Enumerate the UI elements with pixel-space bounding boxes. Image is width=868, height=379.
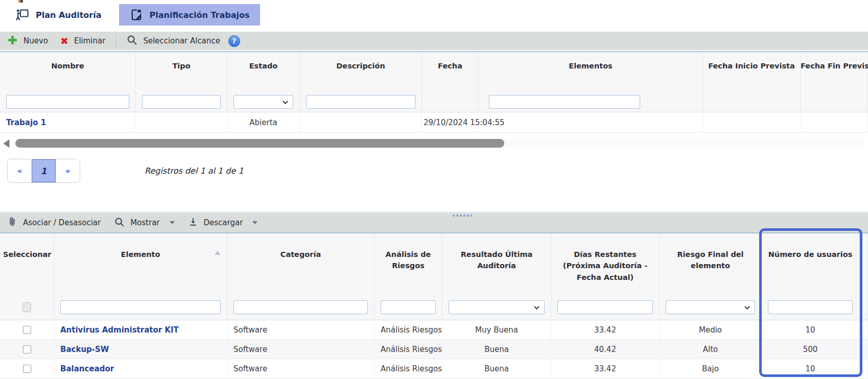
pagination-group: « 1 » <box>7 159 80 183</box>
dias-cell: 33.42 <box>551 359 660 378</box>
pagination: « 1 » Registros del 1 al 1 de 1 <box>7 159 244 183</box>
element-row-antivirus[interactable]: Antivirus Administrator KIT Software Aná… <box>0 320 868 340</box>
row-checkbox[interactable] <box>23 365 31 373</box>
job-tipo-cell <box>136 112 227 133</box>
x-icon: ✖ <box>60 36 68 46</box>
splitter-drag-handle[interactable] <box>453 215 472 217</box>
filter-resultado-select[interactable] <box>449 300 545 314</box>
row-checkbox[interactable] <box>23 345 31 353</box>
download-icon <box>188 217 198 229</box>
tab-planificacion-trabajos[interactable]: Planificación Trabajos <box>119 4 260 26</box>
job-estado-cell: Abierta <box>227 112 300 133</box>
chevron-down-icon <box>170 221 175 224</box>
job-fecha-cell: 29/10/2024 15:04:55 <box>422 112 479 133</box>
associate-button[interactable]: Asociar / Desasociar <box>7 216 101 229</box>
job-fecha-inicio-cell <box>703 112 801 133</box>
chevron-down-icon <box>252 221 257 224</box>
delete-button[interactable]: ✖ Eliminar <box>60 36 105 46</box>
usuarios-cell: 10 <box>762 359 859 378</box>
riesgo-cell: Medio <box>660 320 762 340</box>
element-link[interactable]: Antivirus Administrator KIT <box>60 325 179 335</box>
column-header-riesgo-final[interactable]: Riesgo Final del elemento <box>660 233 762 295</box>
column-header-elemento[interactable]: Elemento <box>54 233 227 295</box>
presentation-person-icon <box>15 8 30 22</box>
scrollbar-thumb[interactable] <box>15 139 504 148</box>
jobs-table-row[interactable]: Trabajo 1 Abierta 29/10/2024 15:04:55 <box>0 112 868 133</box>
job-fecha-fin-cell <box>801 112 868 133</box>
filter-dias-input[interactable] <box>557 300 653 314</box>
column-header-descripcion[interactable]: Descripción <box>300 52 422 92</box>
column-header-numero-usuarios[interactable]: Número de usuarios <box>762 233 859 295</box>
pagination-prev-button[interactable]: « <box>8 159 32 182</box>
filter-usuarios-input[interactable] <box>768 300 853 314</box>
column-header-nombre[interactable]: Nombre <box>0 52 136 92</box>
element-link[interactable]: Balanceador <box>60 364 114 373</box>
delete-button-label: Eliminar <box>74 36 105 45</box>
column-header-fecha-inicio[interactable]: Fecha Inicio Prevista <box>703 52 801 92</box>
filter-descripcion-input[interactable] <box>306 95 415 109</box>
column-header-resultado[interactable]: Resultado Última Auditoría <box>442 233 551 295</box>
select-scope-button[interactable]: Seleccionar Alcance <box>126 34 220 48</box>
pagination-next-button[interactable]: » <box>56 159 80 182</box>
categoria-cell: Software <box>227 320 374 340</box>
help-icon[interactable]: ? <box>228 35 240 47</box>
element-row-backup[interactable]: Backup-SW Software Análisis Riesgos Buen… <box>0 340 868 359</box>
column-header-dias-restantes[interactable]: Días Restantes (Próxima Auditoría - Fech… <box>551 233 660 295</box>
job-fecha-text: 29/10/2024 15:04:55 <box>424 118 519 127</box>
resultado-cell: Buena <box>442 340 551 359</box>
download-button[interactable]: Descargar <box>188 217 258 229</box>
records-summary: Registros del 1 al 1 de 1 <box>145 166 244 176</box>
jobs-table: Nombre Tipo Estado Descripción Fecha Ele… <box>0 51 868 133</box>
filter-analisis-input[interactable] <box>381 300 436 314</box>
filter-fecha-empty <box>422 92 479 112</box>
tab-plan-auditoria[interactable]: Plan Auditoría <box>5 4 112 26</box>
paperclip-icon <box>7 216 17 229</box>
select-all-checkbox[interactable] <box>22 302 31 312</box>
show-button[interactable]: Mostrar <box>114 217 174 229</box>
download-button-label: Descargar <box>204 218 243 227</box>
column-header-categoria[interactable]: Categoría <box>227 233 374 295</box>
scroll-left-arrow-icon[interactable] <box>3 139 10 150</box>
tab-bar: Plan Auditoría Planificación Trabajos <box>5 4 260 26</box>
new-button[interactable]: Nuevo <box>7 35 48 48</box>
analisis-cell: Análisis Riesgos <box>374 340 442 359</box>
filter-riesgo-select[interactable] <box>666 300 755 314</box>
categoria-cell: Software <box>227 340 374 359</box>
dias-cell: 33.42 <box>551 320 660 340</box>
column-header-tipo[interactable]: Tipo <box>136 52 227 92</box>
associate-button-label: Asociar / Desasociar <box>23 218 101 227</box>
filter-nombre-input[interactable] <box>6 95 129 109</box>
jobs-filter-row <box>0 92 868 112</box>
filter-elemento-input[interactable] <box>60 300 221 314</box>
element-row-balanceador[interactable]: Balanceador Software Análisis Riesgos Bu… <box>0 359 868 378</box>
filter-fecha-inicio-empty <box>703 92 801 112</box>
column-header-estado[interactable]: Estado <box>227 52 300 92</box>
filler-cell <box>859 320 868 340</box>
filler-cell <box>859 359 868 378</box>
column-header-analisis[interactable]: Análisis de Riesgos <box>374 233 442 295</box>
sort-asc-icon[interactable] <box>215 251 221 255</box>
filter-estado-select[interactable] <box>233 95 293 109</box>
column-header-elementos[interactable]: Elementos <box>479 52 703 92</box>
column-header-fecha[interactable]: Fecha <box>422 52 479 92</box>
column-header-fecha-fin[interactable]: Fecha Fin Prevista <box>801 52 868 92</box>
analisis-cell: Análisis Riesgos <box>374 320 442 340</box>
filter-tipo-input[interactable] <box>142 95 221 109</box>
row-checkbox[interactable] <box>23 326 31 334</box>
filter-elementos-input[interactable] <box>489 95 640 109</box>
horizontal-scrollbar[interactable] <box>0 138 868 149</box>
jobs-toolbar: Nuevo ✖ Eliminar Seleccionar Alcance ? <box>0 32 868 50</box>
pagination-page-1[interactable]: 1 <box>32 159 56 182</box>
job-link[interactable]: Trabajo 1 <box>6 118 46 127</box>
elements-toolbar: Asociar / Desasociar Mostrar Descargar <box>0 213 868 232</box>
search-icon <box>126 34 137 48</box>
tab-label: Planificación Trabajos <box>150 10 250 20</box>
element-link[interactable]: Backup-SW <box>60 345 109 354</box>
jobs-table-header: Nombre Tipo Estado Descripción Fecha Ele… <box>0 51 868 92</box>
elements-table-header: Seleccionar Elemento Categoría Análisis … <box>0 232 868 295</box>
search-icon <box>114 217 125 229</box>
filter-categoria-input[interactable] <box>233 300 368 314</box>
planificacion-trabajos-screen: Plan Auditoría Planificación Trabajos Nu… <box>0 0 868 379</box>
tab-label: Plan Auditoría <box>36 10 102 20</box>
column-header-seleccionar[interactable]: Seleccionar <box>0 233 54 295</box>
